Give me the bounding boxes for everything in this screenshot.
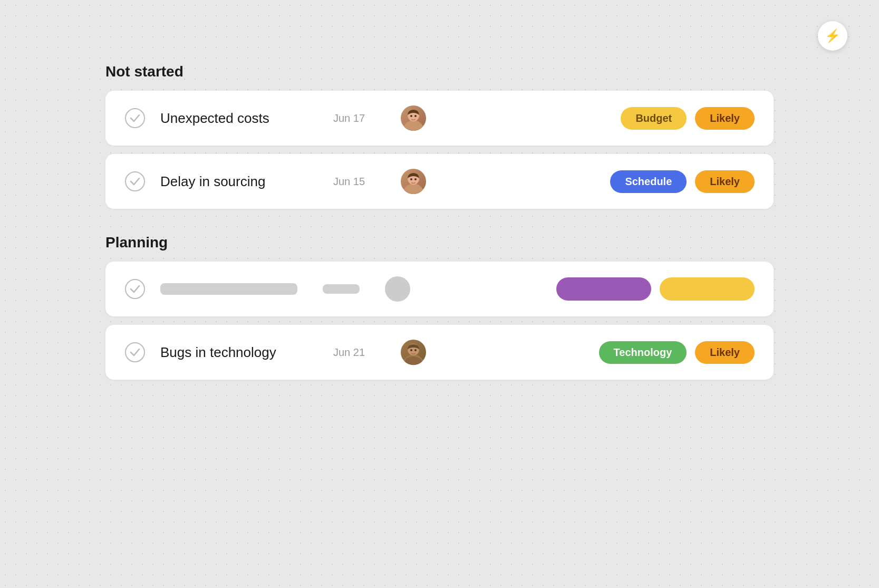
task-date: Jun 17 bbox=[333, 112, 375, 124]
task-name: Unexpected costs bbox=[160, 110, 308, 127]
task-name: Bugs in technology bbox=[160, 344, 308, 361]
svg-point-18 bbox=[414, 349, 417, 351]
section-planning: Planning Bugs in technologyJun 21 Techno… bbox=[105, 234, 774, 380]
tag-likely[interactable]: Likely bbox=[695, 170, 755, 193]
tag-budget[interactable]: Budget bbox=[621, 107, 687, 130]
task-card-loading-item[interactable] bbox=[105, 262, 774, 316]
check-icon[interactable] bbox=[124, 278, 146, 300]
task-date: Jun 15 bbox=[333, 176, 375, 188]
check-icon[interactable] bbox=[124, 342, 146, 363]
tag-yellow bbox=[660, 277, 755, 301]
svg-point-0 bbox=[125, 109, 144, 128]
task-date-loading bbox=[323, 284, 360, 294]
task-name-loading bbox=[160, 283, 297, 295]
task-card-delay-in-sourcing[interactable]: Delay in sourcingJun 15 ScheduleLikely bbox=[105, 154, 774, 209]
task-tags: TechnologyLikely bbox=[599, 341, 755, 364]
tag-technology[interactable]: Technology bbox=[599, 341, 687, 364]
svg-point-11 bbox=[414, 178, 417, 180]
lightning-icon: ⚡ bbox=[825, 28, 841, 43]
task-card-bugs-in-technology[interactable]: Bugs in technologyJun 21 TechnologyLikel… bbox=[105, 325, 774, 380]
task-tags bbox=[556, 277, 755, 301]
tag-likely[interactable]: Likely bbox=[695, 107, 755, 130]
svg-point-10 bbox=[410, 178, 412, 180]
section-title: Planning bbox=[105, 234, 774, 251]
section-title: Not started bbox=[105, 63, 774, 80]
task-card-unexpected-costs[interactable]: Unexpected costsJun 17 BudgetLikely bbox=[105, 91, 774, 146]
task-name: Delay in sourcing bbox=[160, 173, 308, 190]
svg-point-17 bbox=[410, 349, 412, 351]
section-not-started: Not started Unexpected costsJun 17 Budge… bbox=[105, 63, 774, 209]
task-tags: BudgetLikely bbox=[621, 107, 755, 130]
svg-point-4 bbox=[410, 115, 412, 117]
svg-point-13 bbox=[125, 343, 144, 362]
task-date: Jun 21 bbox=[333, 346, 375, 359]
tag-schedule[interactable]: Schedule bbox=[610, 170, 687, 193]
task-tags: ScheduleLikely bbox=[610, 170, 755, 193]
svg-point-12 bbox=[125, 279, 144, 298]
lightning-button[interactable]: ⚡ bbox=[818, 21, 847, 51]
check-icon[interactable] bbox=[124, 108, 146, 129]
check-icon[interactable] bbox=[124, 171, 146, 192]
svg-point-6 bbox=[125, 172, 144, 191]
tag-likely[interactable]: Likely bbox=[695, 341, 755, 364]
svg-point-5 bbox=[414, 115, 417, 117]
tag-purple bbox=[556, 277, 651, 301]
